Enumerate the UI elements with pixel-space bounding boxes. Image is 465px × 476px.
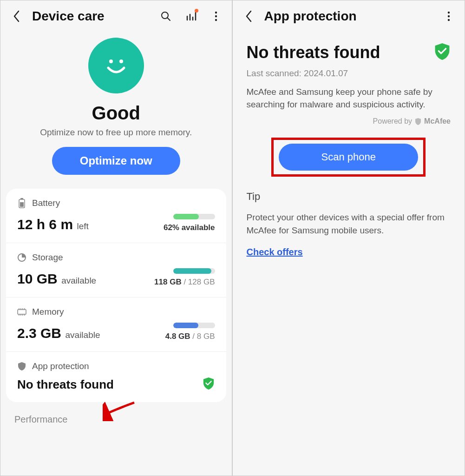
threat-heading: No threats found: [247, 43, 380, 62]
memory-bar: [173, 323, 215, 328]
search-button[interactable]: [159, 10, 172, 23]
chevron-left-icon: [245, 10, 253, 22]
svg-point-10: [119, 60, 123, 63]
last-scanned: Last scanned: 2024.01.07: [247, 68, 451, 79]
status-smiley-icon: [88, 38, 144, 93]
status-subtext: Optimize now to free up more memory.: [10, 127, 223, 138]
status-card: Battery 12 h 6 m left 62% available Stor…: [6, 189, 226, 402]
memory-row[interactable]: Memory 2.3 GB available 4.8 GB / 8 GB: [6, 298, 226, 352]
memory-label: Memory: [32, 307, 64, 317]
powered-by: Powered by McAfee: [247, 117, 451, 126]
device-care-screen: Device care: [0, 0, 233, 476]
svg-point-25: [448, 19, 450, 21]
back-button[interactable]: [242, 9, 256, 23]
tip-label: Tip: [247, 191, 451, 203]
mcafee-logo-icon: [415, 118, 421, 125]
notification-dot-icon: [195, 9, 198, 13]
more-button[interactable]: [442, 10, 455, 23]
storage-bar: [173, 268, 215, 274]
usage-button[interactable]: [184, 10, 197, 23]
svg-point-9: [109, 60, 113, 63]
scan-highlight-box: Scan phone: [271, 138, 426, 177]
battery-label: Battery: [32, 198, 60, 208]
shield-check-icon: [202, 377, 215, 392]
header-actions: [159, 10, 223, 23]
storage-value: 10 GB available: [17, 271, 96, 287]
battery-value: 12 h 6 m left: [17, 217, 89, 232]
svg-rect-14: [18, 310, 26, 314]
scan-phone-button[interactable]: Scan phone: [279, 144, 418, 171]
optimize-button[interactable]: Optimize now: [52, 147, 180, 175]
memory-icon: [17, 307, 26, 317]
kebab-menu-icon: [215, 11, 217, 22]
app-protection-screen: App protection No threats found Last sca…: [233, 0, 465, 476]
svg-rect-12: [20, 198, 23, 199]
storage-icon: [17, 253, 26, 262]
page-title: Device care: [32, 9, 151, 24]
tip-description: Protect your other devices with a specia…: [247, 211, 451, 237]
storage-label: Storage: [32, 252, 63, 263]
svg-line-1: [167, 18, 170, 20]
bar-chart-icon: [185, 11, 196, 22]
performance-section-label: Performance: [0, 402, 232, 425]
header: Device care: [0, 0, 232, 28]
protection-status: No threats found: [17, 377, 114, 392]
svg-point-23: [448, 12, 450, 13]
app-protection-row[interactable]: App protection No threats found: [6, 352, 226, 402]
battery-icon: [17, 198, 26, 208]
status-area: Good Optimize now to free up more memory…: [0, 28, 232, 179]
storage-row[interactable]: Storage 10 GB available 118 GB / 128 GB: [6, 243, 226, 298]
svg-point-7: [215, 15, 216, 17]
battery-row[interactable]: Battery 12 h 6 m left 62% available: [6, 189, 226, 243]
chevron-left-icon: [13, 10, 20, 22]
back-button[interactable]: [10, 9, 24, 23]
kebab-menu-icon: [447, 11, 450, 22]
battery-available: 62% available: [164, 223, 215, 232]
shield-icon: [17, 362, 26, 371]
shield-check-icon: [434, 42, 451, 63]
battery-bar: [173, 214, 215, 219]
storage-usage: 118 GB / 128 GB: [154, 278, 215, 287]
svg-rect-13: [20, 202, 24, 207]
search-icon: [160, 11, 171, 22]
protection-description: McAfee and Samsung keep your phone safe …: [247, 86, 451, 111]
more-button[interactable]: [210, 10, 223, 23]
svg-point-8: [215, 19, 216, 21]
memory-value: 2.3 GB available: [17, 325, 100, 341]
svg-point-6: [215, 12, 216, 13]
app-protection-label: App protection: [32, 361, 89, 371]
header: App protection: [233, 0, 465, 28]
status-label: Good: [10, 103, 223, 124]
memory-usage: 4.8 GB / 8 GB: [165, 332, 215, 341]
svg-point-24: [448, 15, 450, 17]
check-offers-link[interactable]: Check offers: [247, 247, 303, 258]
page-title: App protection: [264, 9, 434, 24]
